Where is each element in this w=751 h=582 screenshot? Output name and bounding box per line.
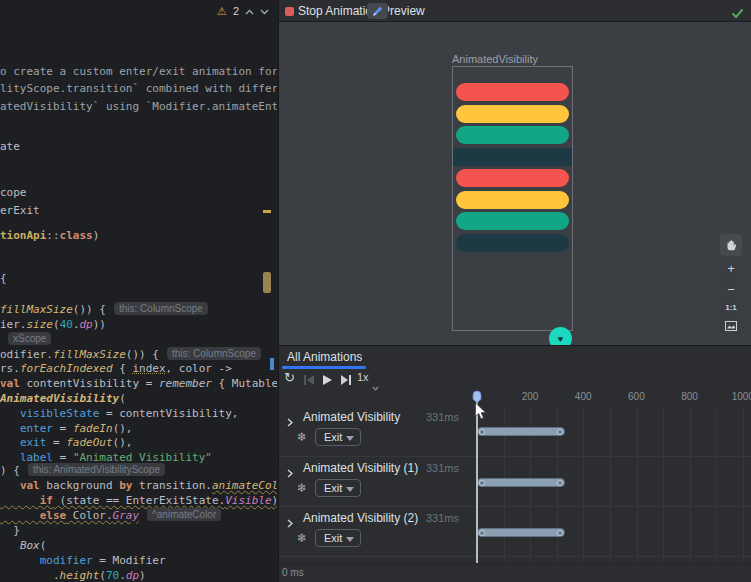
code-line: { <box>0 271 7 286</box>
freeze-icon[interactable]: ❄ <box>297 481 307 495</box>
code-line: modifier = Modifier <box>0 553 166 568</box>
code-line: atedVisibility` using `Modifier.animateE… <box>0 99 277 114</box>
expand-chevron-icon[interactable] <box>286 464 294 482</box>
code-line: o create a custom enter/exit animation f… <box>0 64 277 79</box>
dropdown-arrow-icon <box>346 537 354 542</box>
timeline-track-bar <box>477 528 565 537</box>
code-line: erExit <box>0 203 40 218</box>
timeline-track-bar <box>477 478 565 487</box>
code-line: ) {this: AnimatedVisibilityScope <box>0 463 165 478</box>
code-line: fillMaxSize()) {this: ColumnScope <box>0 302 208 317</box>
preview-bar <box>456 212 569 230</box>
state-dropdown-value: Exit <box>324 532 342 544</box>
stop-animation-preview-button[interactable]: Stop Animation Preview <box>298 4 425 18</box>
animation-preview-panel: Stop Animation Preview AnimatedVisibilit… <box>278 0 751 582</box>
code-lines: o create a custom enter/exit animation f… <box>0 0 263 582</box>
mouse-cursor-icon <box>474 402 487 425</box>
state-dropdown-value: Exit <box>324 431 342 443</box>
playback-speed-dropdown[interactable]: 1x <box>357 371 369 383</box>
code-line: tionApi::class) <box>0 228 99 243</box>
scrollbar-warning-mark <box>263 210 271 213</box>
freeze-icon[interactable]: ❄ <box>297 531 307 545</box>
preview-bar <box>453 148 572 166</box>
ruler-tick-label: 200 <box>522 391 539 402</box>
code-line: exit = fadeOut(), <box>0 435 132 450</box>
code-line: visibleState = contentVisibility, <box>0 406 238 421</box>
zoom-controls: + − 1:1 <box>720 258 742 333</box>
zoom-to-fit-button[interactable] <box>720 317 742 335</box>
animation-duration: 331ms <box>422 512 459 524</box>
code-line: rs.forEachIndexed { index, color -> <box>0 361 232 376</box>
animation-name: Animated Visibility (1) <box>303 461 418 475</box>
expand-chevron-icon[interactable] <box>286 413 294 431</box>
stop-icon[interactable] <box>285 7 294 16</box>
preview-title: AnimatedVisibility <box>452 53 538 65</box>
status-check-icon <box>731 5 744 23</box>
playback-toolbar: ↻ 1x <box>279 369 751 389</box>
animation-rows: Animated Visibility331ms❄ExitAnimated Vi… <box>279 406 751 563</box>
animation-duration: 331ms <box>422 411 459 423</box>
preview-toolbar: Stop Animation Preview <box>279 0 751 22</box>
animation-row: Animated Visibility (1)331ms❄Exit <box>279 456 751 506</box>
edit-pencil-button[interactable] <box>367 3 388 19</box>
animation-name: Animated Visibility <box>303 410 400 424</box>
timeline-origin-label: 0 ms <box>282 567 304 578</box>
animation-name: Animated Visibility (2) <box>303 511 418 525</box>
dropdown-arrow-icon <box>346 436 354 441</box>
animation-row: Animated Visibility331ms❄Exit <box>279 406 751 456</box>
code-line: } <box>0 523 20 538</box>
zoom-in-button[interactable]: + <box>720 261 742 276</box>
timeline-ruler[interactable]: 2004006008001000 <box>279 389 751 406</box>
state-dropdown[interactable]: Exit <box>315 479 361 497</box>
code-line: val background by transition.animateColo… <box>0 478 277 493</box>
code-line: Box( <box>0 538 46 553</box>
expand-chevron-icon[interactable] <box>286 514 294 532</box>
code-line: xScope <box>0 332 51 347</box>
preview-bar <box>456 83 569 101</box>
ruler-tick-label: 1000 <box>732 391 751 402</box>
zoom-actual-size-button[interactable]: 1:1 <box>720 303 742 312</box>
preview-bar <box>456 169 569 187</box>
timeline-track-bar <box>477 427 565 436</box>
editor-scrollbar-thumb[interactable] <box>263 272 271 293</box>
freeze-icon[interactable]: ❄ <box>297 430 307 444</box>
code-line: AnimatedVisibility( <box>0 391 126 406</box>
preview-bar <box>456 126 569 144</box>
state-dropdown[interactable]: Exit <box>315 529 361 547</box>
code-line: odifier.fillMaxSize()) {this: ColumnScop… <box>0 347 261 362</box>
code-line: ate <box>0 139 20 154</box>
scrollbar-info-mark <box>270 358 274 370</box>
hand-icon <box>724 238 738 252</box>
code-editor[interactable]: ⚠2 o create a custom enter/exit animatio… <box>0 0 277 582</box>
animation-duration: 331ms <box>422 462 459 474</box>
code-line: if (state == EnterExitState.Visible) col… <box>0 493 277 508</box>
preview-bar <box>456 191 569 209</box>
preview-bar <box>456 105 569 123</box>
code-line: .height(70.dp) <box>0 568 146 582</box>
code-line: cope <box>0 185 27 200</box>
dropdown-arrow-icon <box>346 487 354 492</box>
tab-all-animations[interactable]: All Animations <box>287 350 362 364</box>
pan-hand-button[interactable] <box>720 234 742 256</box>
heart-icon: ♥ <box>558 334 563 344</box>
state-dropdown[interactable]: Exit <box>315 428 361 446</box>
animations-timeline-panel: All Animations ↻ 1x 2004006008 <box>279 345 751 582</box>
preview-surface: AnimatedVisibility ♥ + − 1:1 <box>279 22 751 345</box>
code-line: val contentVisibility = remember { Mutab… <box>0 376 277 391</box>
animation-row: Animated Visibility (2)331ms❄Exit <box>279 506 751 556</box>
go-to-start-button[interactable] <box>303 372 315 390</box>
timeline-footer: 0 ms <box>279 563 751 582</box>
animation-row: Animated Visibility (3)331ms❄Exit <box>279 556 751 563</box>
go-to-end-button[interactable] <box>340 372 352 390</box>
code-line: enter = fadeIn(), <box>0 421 133 436</box>
pencil-icon <box>371 5 384 18</box>
animation-preview-window: ⚠2 o create a custom enter/exit animatio… <box>0 0 751 582</box>
ruler-tick-label: 600 <box>628 391 645 402</box>
loop-playback-button[interactable]: ↻ <box>284 370 295 385</box>
timeline-tabbar: All Animations <box>279 346 751 369</box>
state-dropdown-value: Exit <box>324 482 342 494</box>
play-button[interactable] <box>321 372 333 390</box>
code-line: ier.size(40.dp)) <box>0 317 106 332</box>
zoom-out-button[interactable]: − <box>720 282 742 297</box>
device-preview-frame: ♥ <box>452 66 573 331</box>
